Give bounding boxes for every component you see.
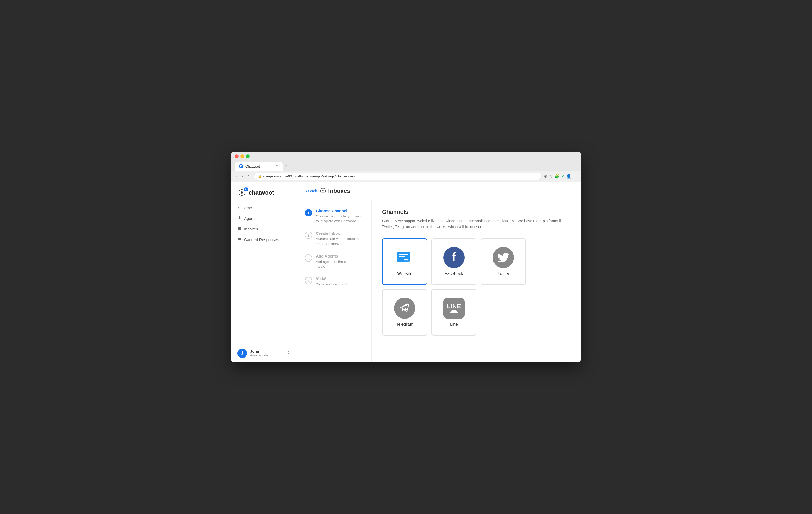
profile-icon[interactable]: 👤 — [566, 174, 571, 179]
channel-card-twitter[interactable]: Twitter — [481, 238, 526, 285]
step-title-4: Voila! — [316, 276, 347, 281]
step-title-3: Add Agents — [316, 254, 364, 258]
grammarly-icon[interactable]: ✓ — [561, 174, 564, 179]
back-chevron-icon: ‹ — [306, 189, 307, 193]
maximize-button[interactable] — [246, 154, 250, 158]
address-text: dangerous-cow-96.localtunnel.me/app/sett… — [263, 174, 355, 178]
telegram-icon-wrapper — [394, 298, 415, 319]
channel-label-line: Line — [450, 322, 458, 327]
browser-chrome: Chatwoot × + — [231, 152, 581, 170]
website-icon-wrapper — [394, 247, 415, 268]
step-create-inbox: 2 Create Inbox Authenticate your account… — [305, 231, 364, 246]
tab-bar: Chatwoot × + — [235, 161, 577, 170]
svg-point-4 — [241, 191, 243, 194]
sidebar-item-label-agents: Agents — [244, 216, 257, 221]
sidebar-item-label-inboxes: Inboxes — [244, 227, 258, 231]
user-menu-button[interactable]: ⋮ — [286, 350, 291, 356]
steps-panel: 1 Choose Channel Choose the provider you… — [297, 200, 372, 362]
step-desc-4: You are all set to go! — [316, 282, 347, 287]
tab-favicon — [239, 164, 243, 168]
minimize-button[interactable] — [240, 154, 244, 158]
back-nav-button[interactable]: ‹ — [235, 173, 238, 179]
lock-icon: 🔒 — [258, 174, 262, 178]
sidebar-nav: ‹ Home Agents Inboxes — [231, 202, 297, 344]
close-button[interactable] — [235, 154, 238, 158]
user-info: John Administrator — [250, 349, 283, 357]
page-title: Inboxes — [328, 188, 350, 194]
inboxes-icon — [237, 226, 241, 231]
step-voila: 4 Voila! You are all set to go! — [305, 276, 364, 287]
sidebar-item-label-home: Home — [241, 206, 252, 210]
channel-card-website[interactable]: Website — [382, 238, 427, 285]
channel-label-facebook: Facebook — [445, 271, 463, 276]
channel-card-telegram[interactable]: Telegram — [382, 289, 427, 335]
browser-window: Chatwoot × + ‹ › ↻ 🔒 dangerous-cow-96.lo… — [231, 152, 581, 362]
step-content-4: Voila! You are all set to go! — [316, 276, 347, 287]
channels-description: Currently we support website live chat w… — [382, 218, 568, 230]
step-content-3: Add Agents Add agents to the created inb… — [316, 254, 364, 269]
step-add-agents: 3 Add Agents Add agents to the created i… — [305, 254, 364, 269]
sidebar-item-agents[interactable]: Agents — [231, 213, 297, 223]
inbox-title-icon — [320, 187, 326, 194]
step-content-2: Create Inbox Authenticate your account a… — [316, 231, 364, 246]
step-circle-4: 4 — [305, 277, 312, 284]
menu-icon[interactable]: ⋮ — [573, 174, 577, 179]
channel-panel: Channels Currently we support website li… — [372, 200, 581, 362]
app-container: 8 chatwoot ‹ Home Agents — [231, 182, 581, 362]
line-icon-wrapper: LINE — [443, 298, 465, 319]
channel-label-twitter: Twitter — [497, 271, 510, 276]
channel-label-website: Website — [397, 271, 412, 276]
step-circle-2: 2 — [305, 232, 312, 239]
home-icon: ‹ — [237, 206, 239, 210]
tab-close-button[interactable]: × — [276, 164, 278, 168]
agents-icon — [237, 216, 241, 221]
step-content-1: Choose Channel Choose the provider you w… — [316, 209, 364, 223]
channel-card-facebook[interactable]: f Facebook — [431, 238, 476, 285]
channels-grid: Website f Facebook — [382, 238, 570, 335]
back-link-text: Back — [308, 189, 317, 193]
step-desc-3: Add agents to the created inbox. — [316, 260, 364, 269]
sidebar-logo: 8 chatwoot — [231, 182, 297, 202]
toolbar-actions: ⊕ ☆ 🧩 ✓ 👤 ⋮ — [544, 174, 577, 179]
step-title-1: Choose Channel — [316, 209, 364, 213]
bookmark-icon[interactable]: ☆ — [549, 174, 553, 179]
step-desc-1: Choose the provider you want to integrat… — [316, 214, 364, 223]
line-icon-text: LINE — [447, 303, 461, 314]
tab-title: Chatwoot — [245, 164, 260, 168]
facebook-icon-wrapper: f — [443, 247, 465, 268]
logo-text: chatwoot — [249, 189, 274, 196]
channel-card-line[interactable]: LINE Line — [431, 289, 476, 335]
notification-badge: 8 — [244, 187, 248, 191]
forward-nav-button[interactable]: › — [240, 173, 244, 179]
reload-button[interactable]: ↻ — [246, 173, 252, 179]
new-tab-button[interactable]: + — [283, 161, 290, 170]
svg-rect-7 — [399, 254, 408, 255]
sidebar-item-canned-responses[interactable]: Canned Responses — [231, 234, 297, 245]
address-bar-row: ‹ › ↻ 🔒 dangerous-cow-96.localtunnel.me/… — [231, 170, 581, 182]
traffic-lights — [235, 154, 577, 161]
user-role: Administrator — [250, 354, 283, 357]
sidebar: 8 chatwoot ‹ Home Agents — [231, 182, 297, 362]
address-bar[interactable]: 🔒 dangerous-cow-96.localtunnel.me/app/se… — [254, 173, 542, 180]
add-to-reading-list-icon[interactable]: ⊕ — [544, 174, 547, 179]
extensions-icon[interactable]: 🧩 — [554, 174, 559, 179]
sidebar-item-inboxes[interactable]: Inboxes — [231, 223, 297, 234]
line-icon-rect: LINE — [443, 298, 465, 319]
step-circle-3: 3 — [305, 254, 312, 262]
telegram-icon-circle — [394, 298, 415, 319]
active-tab[interactable]: Chatwoot × — [235, 162, 283, 170]
user-name: John — [250, 349, 283, 354]
svg-rect-10 — [404, 259, 408, 260]
twitter-icon-wrapper — [493, 247, 514, 268]
svg-rect-8 — [399, 256, 405, 257]
svg-point-1 — [241, 166, 242, 167]
user-avatar: J — [237, 349, 247, 358]
channel-label-telegram: Telegram — [396, 322, 413, 327]
step-title-2: Create Inbox — [316, 231, 364, 236]
step-circle-1: 1 — [305, 209, 312, 216]
facebook-icon-circle: f — [443, 247, 465, 268]
twitter-icon-circle — [493, 247, 514, 268]
sidebar-item-home[interactable]: ‹ Home — [231, 202, 297, 213]
back-link[interactable]: ‹ Back — [306, 189, 317, 193]
logo-icon: 8 — [237, 188, 246, 197]
